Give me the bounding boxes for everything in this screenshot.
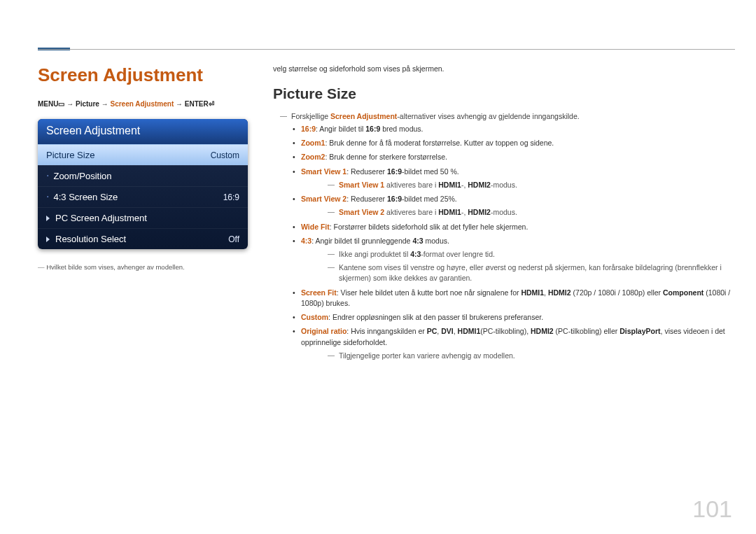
list-item: Smart View 2: Reduserer 16:9-bildet med … bbox=[293, 194, 735, 218]
t: Smart View 1 bbox=[339, 181, 384, 189]
sub-note: Kantene som vises til venstre og høyre, … bbox=[332, 262, 735, 283]
t: HDMI2 bbox=[468, 208, 491, 216]
t: 16:9 bbox=[365, 125, 380, 133]
osd-label: Resolution Select bbox=[55, 234, 126, 244]
t: : Bruk denne for sterkere forstørrelse. bbox=[325, 153, 447, 161]
t: aktiveres bare i bbox=[384, 181, 438, 189]
osd-row-43-screen-size[interactable]: 4:3 Screen Size 16:9 bbox=[38, 186, 248, 207]
t: Zoom1 bbox=[301, 139, 325, 147]
t: bred modus. bbox=[380, 125, 423, 133]
left-column: Screen Adjustment MENU▭ → Picture → Scre… bbox=[38, 64, 248, 365]
t: -alternativer vises avhengig av gjeldend… bbox=[397, 112, 579, 120]
osd-value: Custom bbox=[211, 150, 239, 160]
t: HDMI2 bbox=[531, 327, 554, 335]
t: : Reduserer bbox=[346, 167, 387, 176]
t: -modus. bbox=[491, 181, 517, 189]
intro-text: velg størrelse og sideforhold som vises … bbox=[273, 64, 735, 73]
t: : Bruk denne for å få moderat forstørrel… bbox=[325, 139, 554, 147]
osd-panel: Screen Adjustment Picture Size Custom Zo… bbox=[38, 119, 248, 249]
osd-row-picture-size[interactable]: Picture Size Custom bbox=[38, 144, 248, 165]
osd-footnote: Hvilket bilde som vises, avhenger av mod… bbox=[38, 263, 248, 271]
bullet-icon bbox=[46, 192, 49, 202]
t: 4:3 bbox=[301, 237, 312, 245]
arrow2: → bbox=[99, 100, 111, 108]
t: 16:9 bbox=[387, 195, 402, 203]
t: 16:9 bbox=[387, 167, 402, 176]
osd-label: 4:3 Screen Size bbox=[53, 192, 118, 202]
chevron-right-icon bbox=[46, 213, 51, 223]
t: 4:3 bbox=[412, 237, 423, 245]
list-item: Custom: Endrer oppløsningen slik at den … bbox=[293, 312, 735, 323]
list-item: Screen Fit: Viser hele bildet uten å kut… bbox=[293, 288, 735, 309]
t: HDMI2 bbox=[468, 181, 491, 189]
chevron-right-icon bbox=[46, 234, 51, 244]
t: -bildet med 50 %. bbox=[402, 167, 459, 176]
osd-value: 16:9 bbox=[223, 192, 239, 202]
options-list: 16:9: Angir bildet til 16:9 bred modus. … bbox=[293, 124, 735, 361]
osd-label: Zoom/Position bbox=[53, 171, 111, 181]
t: -bildet med 25%. bbox=[402, 195, 457, 203]
list-item: 4:3: Angir bildet til grunnleggende 4:3 … bbox=[293, 236, 735, 284]
osd-title: Screen Adjustment bbox=[38, 119, 248, 144]
osd-row-zoom-position[interactable]: Zoom/Position bbox=[38, 165, 248, 186]
t: Ikke angi produktet til bbox=[339, 250, 410, 258]
arrow1: → bbox=[64, 100, 76, 108]
t: -, bbox=[461, 181, 468, 189]
t: modus. bbox=[424, 237, 449, 245]
list-item: Wide Fit: Forstørrer bildets sideforhold… bbox=[293, 222, 735, 232]
header-divider bbox=[38, 49, 735, 50]
t: (720p / 1080i / 1080p) eller bbox=[571, 288, 663, 297]
t: Original ratio bbox=[301, 327, 346, 335]
t: -, bbox=[461, 208, 468, 216]
section-heading: Picture Size bbox=[273, 85, 735, 102]
t: Forskjellige bbox=[291, 112, 330, 120]
t: : Endrer oppløsningen slik at den passer… bbox=[328, 313, 543, 321]
bullet-icon bbox=[46, 171, 49, 181]
t: HDMI2 bbox=[548, 288, 571, 297]
t: HDMI1 bbox=[458, 327, 481, 335]
page-number: 101 bbox=[692, 496, 732, 523]
t: : Angir bildet til grunnleggende bbox=[312, 237, 412, 245]
t: Screen Fit bbox=[301, 288, 337, 297]
t: DisplayPort bbox=[620, 327, 660, 335]
path-picture: Picture bbox=[76, 100, 99, 108]
t: : Hvis inngangskilden er bbox=[346, 327, 426, 335]
page-content: Screen Adjustment MENU▭ → Picture → Scre… bbox=[38, 64, 735, 365]
t: HDMI1 bbox=[438, 181, 461, 189]
t: : Reduserer bbox=[346, 195, 387, 203]
t: HDMI1 bbox=[521, 288, 544, 297]
path-menu: MENU bbox=[38, 100, 58, 108]
breadcrumb: MENU▭ → Picture → Screen Adjustment → EN… bbox=[38, 100, 248, 108]
list-item: Zoom2: Bruk denne for sterkere forstørre… bbox=[293, 152, 735, 162]
t: -format over lengre tid. bbox=[421, 250, 495, 258]
sub-note: Tilgjengelige porter kan variere avhengi… bbox=[332, 351, 735, 361]
osd-value: Off bbox=[228, 234, 239, 244]
list-item: Zoom1: Bruk denne for å få moderat forst… bbox=[293, 138, 735, 148]
t: Zoom2 bbox=[301, 153, 325, 161]
t: 16:9 bbox=[301, 125, 316, 133]
enter-icon: ⏎ bbox=[209, 100, 214, 108]
path-enter: ENTER bbox=[185, 100, 209, 108]
t: : Forstørrer bildets sideforhold slik at… bbox=[330, 223, 528, 231]
path-screen-adj: Screen Adjustment bbox=[110, 100, 174, 108]
t: Screen Adjustment bbox=[330, 112, 397, 120]
arrow3: → bbox=[174, 100, 185, 108]
sub-note: Smart View 1 aktiveres bare i HDMI1-, HD… bbox=[332, 180, 735, 190]
t: Smart View 2 bbox=[301, 195, 346, 203]
t: Custom bbox=[301, 313, 328, 321]
t: (PC-tilkobling), bbox=[480, 327, 531, 335]
osd-row-resolution-select[interactable]: Resolution Select Off bbox=[38, 228, 248, 249]
osd-row-pc-screen-adjustment[interactable]: PC Screen Adjustment bbox=[38, 207, 248, 228]
page-title: Screen Adjustment bbox=[38, 64, 248, 86]
t: (PC-tilkobling) eller bbox=[554, 327, 620, 335]
osd-label: PC Screen Adjustment bbox=[55, 213, 147, 223]
t: aktiveres bare i bbox=[384, 208, 438, 216]
osd-label: Picture Size bbox=[46, 150, 94, 160]
list-item: Smart View 1: Reduserer 16:9-bildet med … bbox=[293, 167, 735, 190]
list-item: Original ratio: Hvis inngangskilden er P… bbox=[293, 326, 735, 361]
intro-note: Forskjellige Screen Adjustment-alternati… bbox=[284, 112, 735, 120]
t: Component bbox=[663, 288, 704, 297]
list-item: 16:9: Angir bildet til 16:9 bred modus. bbox=[293, 124, 735, 134]
t: Smart View 2 bbox=[339, 208, 384, 216]
t: Smart View 1 bbox=[301, 167, 346, 176]
